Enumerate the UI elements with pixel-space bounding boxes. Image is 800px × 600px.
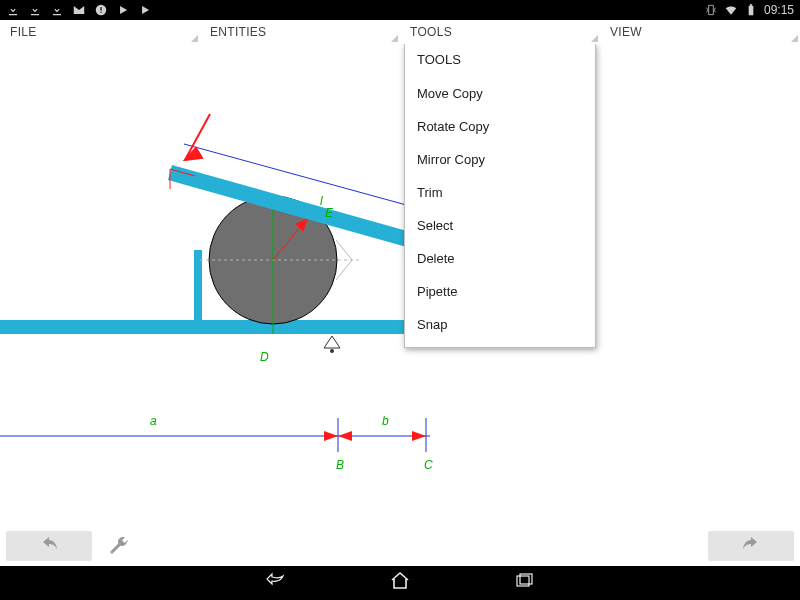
vibrate-icon — [704, 3, 718, 17]
nav-recents-button[interactable] — [512, 569, 536, 597]
svg-rect-3 — [749, 6, 754, 15]
dropdown-select[interactable]: Select — [405, 209, 595, 242]
mail-icon — [72, 3, 86, 17]
svg-point-17 — [330, 349, 334, 353]
label-l: l — [320, 194, 323, 208]
dropdown-header: TOOLS — [405, 44, 595, 77]
alert-icon — [94, 3, 108, 17]
menu-view[interactable]: VIEW — [600, 20, 800, 44]
nav-back-button[interactable] — [264, 569, 288, 597]
dropdown-pipette[interactable]: Pipette — [405, 275, 595, 308]
svg-rect-2 — [100, 12, 101, 13]
svg-marker-22 — [412, 431, 426, 441]
tools-dropdown: TOOLS Move Copy Rotate Copy Mirror Copy … — [404, 44, 596, 348]
dropdown-delete[interactable]: Delete — [405, 242, 595, 275]
android-nav-bar — [0, 566, 800, 600]
nav-home-button[interactable] — [388, 569, 412, 597]
svg-rect-4 — [750, 4, 752, 6]
status-time: 09:15 — [764, 3, 794, 17]
battery-icon — [744, 3, 758, 17]
label-E: E — [325, 206, 333, 220]
dropdown-rotate-copy[interactable]: Rotate Copy — [405, 110, 595, 143]
bottom-toolbar — [0, 526, 800, 566]
download-icon — [50, 3, 64, 17]
play-icon — [138, 3, 152, 17]
label-C: C — [424, 458, 433, 472]
undo-button[interactable] — [6, 531, 92, 561]
dropdown-snap[interactable]: Snap — [405, 308, 595, 341]
drawing-canvas[interactable]: l E D a b B C TOOLS Move Copy Rotate Cop… — [0, 44, 800, 526]
download-icon — [28, 3, 42, 17]
play-icon — [116, 3, 130, 17]
label-a: a — [150, 414, 157, 428]
wrench-icon[interactable] — [106, 535, 130, 563]
dropdown-trim[interactable]: Trim — [405, 176, 595, 209]
svg-marker-23 — [324, 431, 338, 441]
svg-line-11 — [184, 144, 410, 206]
svg-marker-16 — [324, 336, 340, 348]
redo-icon — [739, 532, 763, 560]
wifi-icon — [724, 3, 738, 17]
label-b: b — [382, 414, 389, 428]
undo-icon — [37, 532, 61, 560]
menu-tools[interactable]: TOOLS — [400, 20, 600, 44]
android-status-bar: 09:15 — [0, 0, 800, 20]
download-icon — [6, 3, 20, 17]
menu-entities[interactable]: ENTITIES — [200, 20, 400, 44]
dropdown-move-copy[interactable]: Move Copy — [405, 77, 595, 110]
label-B: B — [336, 458, 344, 472]
svg-rect-1 — [100, 7, 101, 11]
svg-marker-21 — [338, 431, 352, 441]
dropdown-mirror-copy[interactable]: Mirror Copy — [405, 143, 595, 176]
label-D: D — [260, 350, 269, 364]
menu-file[interactable]: FILE — [0, 20, 200, 44]
redo-button[interactable] — [708, 531, 794, 561]
menubar: FILE ENTITIES TOOLS VIEW — [0, 20, 800, 44]
